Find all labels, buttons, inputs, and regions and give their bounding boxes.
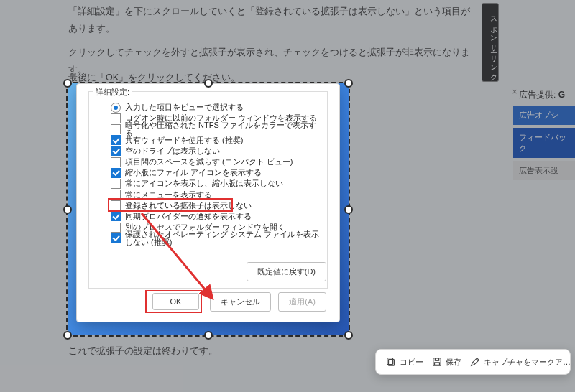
restore-defaults-button[interactable]: 既定値に戻す(D) [247,262,326,281]
save-label: 保存 [446,357,461,368]
apply-button[interactable]: 適用(A) [278,292,326,312]
option-label: 常にメニューを表示する [125,191,212,199]
option-label: 縮小版にファイル アイコンを表示する [125,169,262,177]
checkbox-icon [111,124,121,134]
option-label: 同期プロバイダーの通知を表示する [125,213,252,220]
checkbox-icon [111,135,121,145]
checkbox-icon [111,211,121,221]
cancel-button[interactable]: キャンセル [210,292,271,312]
option-6[interactable]: 縮小版にファイル アイコンを表示する [111,167,320,178]
option-label: 暗号化や圧縮された NTFS ファイルをカラーで表示する [125,121,320,137]
resize-handle-se[interactable] [344,331,353,340]
option-label: 常にアイコンを表示し、縮小版は表示しない [125,179,283,187]
option-label: 保護されたオペレーティング システム ファイルを表示しない (推奨) [125,230,320,246]
save-button[interactable]: 保存 [428,354,466,370]
option-0[interactable]: 入力した項目をビューで選択する [111,102,320,113]
radio-icon [111,103,121,113]
markup-label: キャプチャをマークア… [484,357,571,368]
folder-options-dialog: 詳細設定: 入力した項目をビューで選択するログオン時に以前のフォルダー ウィンド… [76,83,340,322]
checkbox-icon [111,168,121,178]
option-label: 共有ウィザードを使用する (推奨) [125,136,243,144]
capture-toolbar: コピー 保存 キャプチャをマークア… 画像検索 [375,349,571,375]
resize-handle-nw[interactable] [63,79,72,88]
option-7[interactable]: 常にアイコンを表示し、縮小版は表示しない [111,178,320,189]
option-10[interactable]: 同期プロバイダーの通知を表示する [111,211,320,222]
advanced-settings-group: 詳細設定: 入力した項目をビューで選択するログオン時に以前のフォルダー ウィンド… [88,91,328,289]
svg-rect-5 [435,363,440,365]
resize-handle-n[interactable] [204,79,213,88]
checkbox-icon [111,113,121,123]
option-label: 入力した項目をビューで選択する [125,103,244,111]
capture-selection[interactable]: 詳細設定: 入力した項目をビューで選択するログオン時に以前のフォルダー ウィンド… [68,83,349,335]
resize-handle-ne[interactable] [344,79,353,88]
option-12[interactable]: 保護されたオペレーティング システム ファイルを表示しない (推奨) [111,233,320,243]
resize-handle-sw[interactable] [63,331,72,340]
option-2[interactable]: 暗号化や圧縮された NTFS ファイルをカラーで表示する [111,123,320,134]
svg-rect-4 [435,358,438,361]
dialog-button-row: OK キャンセル 適用(A) [145,290,326,313]
checkbox-icon [111,233,121,243]
resize-handle-e[interactable] [344,205,353,214]
copy-button[interactable]: コピー [382,354,428,370]
options-list: 入力した項目をビューで選択するログオン時に以前のフォルダー ウィンドウを表示する… [111,102,320,243]
copy-icon [386,357,396,367]
checkbox-icon [111,179,121,189]
resize-handle-s[interactable] [204,331,213,340]
option-label: 空のドライブは表示しない [125,147,220,155]
copy-label: コピー [400,357,423,368]
checkbox-icon [111,146,121,156]
option-4[interactable]: 空のドライブは表示しない [111,146,320,157]
resize-handle-w[interactable] [63,205,72,214]
option-label: 項目間のスペースを減らす (コンパクト ビュー) [125,158,293,166]
highlight-ok-button: OK [145,290,203,313]
markup-button[interactable]: キャプチャをマークア… [466,354,575,370]
save-icon [432,357,442,367]
ok-button[interactable]: OK [152,293,200,310]
screenshot-content: 詳細設定: 入力した項目をビューで選択するログオン時に以前のフォルダー ウィンド… [68,83,349,335]
checkbox-icon [111,157,121,167]
highlight-extension-option [108,198,233,212]
pencil-icon [470,357,480,367]
option-5[interactable]: 項目間のスペースを減らす (コンパクト ビュー) [111,157,320,167]
group-label: 詳細設定: [93,87,132,98]
checkbox-icon [111,223,121,233]
